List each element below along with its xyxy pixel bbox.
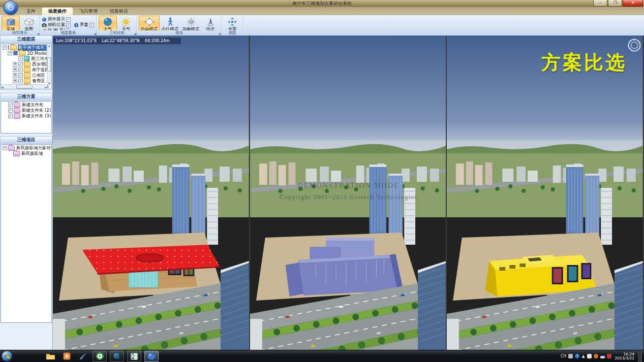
sketch-model-button[interactable]: 草图: [20, 16, 38, 32]
minimize-button[interactable]: –: [593, 0, 607, 7]
tab-file[interactable]: 文件: [20, 8, 42, 15]
notification-tray-icon[interactable]: [594, 354, 598, 358]
tree-checkbox[interactable]: ✓: [8, 114, 13, 118]
tree-checkbox[interactable]: [8, 45, 9, 50]
tree-checkbox[interactable]: ✓: [18, 62, 23, 67]
clock[interactable]: 16:24 2013/3/22: [615, 352, 634, 360]
city-scene-blue: [250, 36, 446, 350]
tree-item-label[interactable]: 新民族影城: [21, 151, 44, 157]
network-tray-icon[interactable]: [600, 354, 605, 358]
tree-checkbox[interactable]: ✓: [18, 79, 23, 83]
action-center-flag-icon[interactable]: [587, 354, 592, 358]
compass-checkbox[interactable]: ✓: [89, 23, 94, 27]
fullscreen-icon: [227, 17, 238, 27]
tree-item-label[interactable]: 3D Model: [26, 51, 48, 56]
tree-row[interactable]: ✓新建文件夹: [2, 102, 51, 108]
language-indicator[interactable]: CH: [561, 354, 567, 359]
folder-icon: [46, 353, 55, 359]
taskbar-explorer-button[interactable]: [44, 351, 57, 361]
taskbar-green-app-button[interactable]: [93, 351, 107, 362]
ribbon-group-model-display: 实体 草图 模型显示 ◢: [0, 15, 40, 36]
help-tray-icon[interactable]: ?: [575, 354, 579, 358]
title-bar: 南宁市三维规划方案评估系统 – ❐ ×: [0, 0, 644, 8]
tree-row[interactable]: 新民族影城: [2, 151, 51, 156]
compass-widget[interactable]: [627, 38, 641, 52]
camera-position-checkbox[interactable]: ✓: [66, 23, 71, 27]
tree-checkbox[interactable]: ✓: [18, 68, 23, 72]
tree-row[interactable]: ✓新建文件夹 (2): [2, 108, 51, 113]
free-mode-button[interactable]: 自由模式: [139, 16, 160, 32]
show-desktop-button[interactable]: [638, 350, 642, 362]
expand-icon[interactable]: +: [13, 79, 17, 83]
north-button[interactable]: 指北: [201, 16, 220, 32]
taskbar-excel-button[interactable]: X: [127, 351, 141, 362]
dialog-launcher-icon[interactable]: ◢: [134, 31, 136, 35]
collapse-icon[interactable]: −: [8, 51, 12, 55]
camera-position-toggle[interactable]: 相机位置 ✓: [42, 22, 71, 27]
projects-panel-header: 三维项目: [0, 136, 52, 144]
tree-checkbox[interactable]: ✓: [8, 103, 13, 107]
fullscreen-button[interactable]: 全屏: [223, 16, 241, 32]
tree-row[interactable]: −3D Model: [2, 50, 51, 56]
group-label-view-elements: 视图要素: [40, 30, 97, 36]
dialog-launcher-icon[interactable]: ◢: [94, 31, 96, 35]
tree-row[interactable]: −新民族影城方案对比: [2, 145, 51, 151]
schemes-panel-header: 三维方案: [0, 93, 52, 101]
operation-tips-toggle[interactable]: 操作提示 ✓: [42, 17, 71, 22]
tree-row[interactable]: ✓新建文件夹 (3): [2, 113, 51, 119]
folder-icon: [19, 51, 25, 56]
restore-button[interactable]: ❐: [608, 0, 622, 7]
taskbar-media-player-button[interactable]: [60, 351, 73, 361]
ribbon-tab-bar: 文件 场景操作 飞行管理 信息标注: [0, 7, 644, 15]
expand-icon[interactable]: +: [13, 73, 17, 78]
tab-flight-management[interactable]: 飞行管理: [73, 8, 104, 15]
tree-checkbox[interactable]: ✓: [18, 56, 23, 61]
tab-scene-operations[interactable]: 场景操作: [42, 7, 73, 15]
group-label-3d-effects: 三维特效: [97, 30, 137, 36]
ribbon-group-3d-effects: 大气 天气 ▾ 三维特效 ◢: [97, 15, 137, 36]
scheme-panel-yellow[interactable]: [447, 36, 644, 350]
scheme-comparison-title: 方案比选: [541, 50, 627, 76]
taskbar: X CH ? ▲: [0, 350, 644, 362]
keyboard-tray-icon[interactable]: [568, 354, 573, 358]
altitude-value: Alt:200.24m: [145, 38, 170, 44]
tree-item-label[interactable]: 新建文件夹 (3): [21, 113, 51, 119]
expand-icon[interactable]: +: [13, 62, 17, 67]
atmosphere-button[interactable]: 大气: [99, 16, 117, 32]
taskbar-active-3d-app-button[interactable]: [144, 351, 159, 362]
collapse-icon[interactable]: −: [3, 146, 7, 150]
sidebar: 三维图层 −数字南宁城市三维平台发−3D Model✓邕江河水+✓西乡塘区+✓南…: [0, 36, 53, 350]
tree-checkbox[interactable]: ✓: [8, 108, 13, 113]
hidden-icons-chevron[interactable]: ▲: [581, 354, 585, 359]
tree-row[interactable]: −数字南宁城市三维平台发: [2, 45, 51, 50]
city-scene-red: [53, 36, 249, 350]
operation-tips-checkbox[interactable]: ✓: [66, 17, 71, 22]
close-button[interactable]: ×: [623, 0, 643, 7]
projects-tree: −新民族影城方案对比新民族影城: [1, 144, 52, 323]
dialog-launcher-icon[interactable]: ◢: [218, 31, 221, 35]
start-button[interactable]: [0, 351, 13, 362]
compass-toggle[interactable]: 罗盘 ✓: [74, 22, 94, 28]
expand-icon[interactable]: +: [13, 68, 17, 72]
birdseye-mode-button[interactable]: 鸟瞰模式: [180, 16, 201, 32]
solid-model-button[interactable]: 实体: [2, 16, 20, 32]
tree-checkbox[interactable]: [13, 51, 18, 55]
compass-small-icon: [74, 23, 79, 27]
scheme-panel-red[interactable]: [53, 36, 250, 350]
group-label-roam: 漫游: [137, 30, 221, 36]
scheme-panel-blue[interactable]: [250, 36, 447, 350]
collapse-icon[interactable]: −: [3, 45, 7, 50]
walk-mode-button[interactable]: 步行模式: [160, 16, 180, 32]
tree-checkbox[interactable]: ✓: [18, 73, 23, 78]
taskbar-gis-app-button[interactable]: [110, 351, 124, 362]
layers-tree-vertical-scrollbar[interactable]: ▲▼: [47, 44, 51, 85]
taskbar-viewer-button[interactable]: [76, 351, 89, 361]
group-label-model-display: 模型显示: [0, 30, 40, 36]
folder-icon: [13, 151, 20, 156]
coordinate-readout: Lon:108°23'31.03"E Lat:22°48'59.30"N Alt…: [53, 38, 181, 44]
volume-muted-icon[interactable]: [607, 354, 611, 358]
tab-info-annotation[interactable]: 信息标注: [104, 8, 134, 15]
layers-tree-horizontal-scrollbar[interactable]: ◄►: [1, 84, 47, 89]
dialog-launcher-icon[interactable]: ◢: [37, 31, 39, 35]
application-menu-orb[interactable]: [4, 1, 18, 15]
